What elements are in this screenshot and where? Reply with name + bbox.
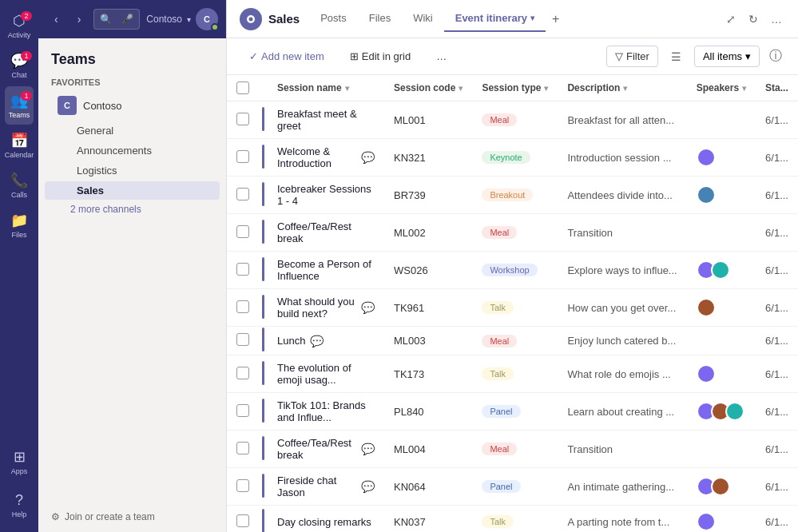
session-type-badge: Panel [482,405,520,418]
description-text: Enjoy lunch catered b... [567,335,676,347]
nav-channel-logistics[interactable]: Logistics [45,161,220,180]
session-type-cell: Panel [472,468,558,506]
nav-back-button[interactable]: ‹ [48,10,65,29]
activity-badge: 2 [21,11,32,21]
list-view-button[interactable]: ☰ [665,47,688,66]
sidebar-item-help[interactable]: ? Help [5,486,34,524]
add-new-item-button[interactable]: ✓ Add new item [240,46,334,67]
start-date-text: 6/1... [765,302,788,314]
session-name-text: Become a Person of Influence [277,258,375,282]
sessions-table: Session name ▾ Session code ▾ Session ty… [227,75,798,532]
row-checkbox[interactable] [236,333,249,346]
all-items-button[interactable]: All items ▾ [694,46,760,67]
start-date-text: 6/1... [765,227,788,239]
session-name-text: What should you build next? [277,296,356,320]
speakers-list [697,260,746,280]
table-row[interactable]: Lunch💬ML003MealEnjoy lunch catered b...6… [227,327,798,355]
avatar[interactable]: C [196,8,218,30]
row-checkbox[interactable] [236,367,249,379]
session-type-cell: Keynote [472,139,558,177]
table-row[interactable]: Become a Person of InfluenceWS026Worksho… [227,252,798,289]
tab-files[interactable]: Files [358,6,402,32]
row-checkbox[interactable] [236,404,249,417]
description-cell: Introduction session ... [558,139,686,177]
header-session-name[interactable]: Session name ▾ [268,75,384,101]
session-type-cell: Meal [472,101,558,139]
row-checkbox[interactable] [236,263,249,276]
more-channels-link[interactable]: 2 more channels [38,200,226,218]
table-row[interactable]: Welcome & Introduction💬KN321KeynoteIntro… [227,139,798,177]
more-toolbar-options-button[interactable]: … [427,46,456,67]
sidebar: ⬡ Activity 2 💬 Chat 1 👥 Teams 1 📅 Calend… [0,0,38,532]
table-row[interactable]: Coffee/Tea/Rest break💬ML004MealTransitio… [227,431,798,468]
tab-wiki[interactable]: Wiki [402,6,444,32]
join-create-team[interactable]: ⚙ Join or create a team [38,502,226,532]
sidebar-item-chat[interactable]: 💬 Chat 1 [5,46,34,85]
row-indicator [262,328,264,351]
description-cell: How can you get over... [558,289,686,327]
header-start[interactable]: Sta... [756,75,798,101]
join-label: Join or create a team [65,511,155,522]
row-checkbox[interactable] [236,188,249,200]
session-code-cell: ML003 [384,327,472,355]
table-row[interactable]: Day closing remarksKN037TalkA parting no… [227,506,798,533]
row-checkbox[interactable] [236,514,249,527]
select-all-checkbox[interactable] [236,81,249,94]
row-checkbox[interactable] [236,300,249,313]
table-row[interactable]: Fireside chat Jason💬KN064PanelAn intimat… [227,468,798,506]
start-date-cell: 6/1... [756,214,798,252]
sidebar-item-calls[interactable]: 📞 Calls [5,166,34,204]
row-checkbox[interactable] [236,225,249,238]
description-cell: Attendees divide into... [558,177,686,214]
toolbar: ✓ Add new item ⊞ Edit in grid … ▽ Filter… [227,38,798,75]
row-checkbox[interactable] [236,442,249,455]
header-speakers[interactable]: Speakers ▾ [687,75,756,101]
header-session-code[interactable]: Session code ▾ [384,75,472,101]
row-checkbox[interactable] [236,479,249,492]
speakers-cell [687,139,756,177]
info-button[interactable]: ⓘ [766,45,785,68]
table-row[interactable]: Coffee/Tea/Rest breakML002MealTransition… [227,214,798,252]
start-date-cell: 6/1... [756,139,798,177]
table-row[interactable]: Icebreaker Sessions 1 - 4BR739BreakoutAt… [227,177,798,214]
add-tab-button[interactable]: + [546,6,566,32]
help-icon: ? [15,492,23,509]
description-cell: Transition [558,214,686,252]
user-profile[interactable]: Contoso ▾ C [146,8,218,30]
sidebar-item-apps[interactable]: ⊞ Apps [5,443,34,481]
expand-icon[interactable]: ⤢ [723,10,739,29]
header-description[interactable]: Description ▾ [558,75,686,101]
nav-forward-button[interactable]: › [71,10,88,29]
grid-icon: ⊞ [350,50,359,62]
session-type-badge: Meal [482,335,517,347]
table-row[interactable]: Breakfast meet & greetML001MealBreakfast… [227,101,798,139]
calendar-icon: 📅 [10,132,28,149]
sidebar-item-calendar[interactable]: 📅 Calendar [5,126,34,165]
table-row[interactable]: The evolution of emoji usag...TK173TalkW… [227,355,798,393]
more-options-icon[interactable]: … [768,10,785,29]
nav-item-contoso[interactable]: C Contoso [45,91,220,120]
session-name-text: Fireside chat Jason [277,474,356,498]
session-type-badge: Breakout [482,189,533,201]
filter-button[interactable]: ▽ Filter [606,46,658,67]
row-checkbox[interactable] [236,150,249,163]
row-indicator [262,399,264,423]
speakers-cell [687,468,756,506]
table-row[interactable]: What should you build next?💬TK961TalkHow… [227,289,798,327]
nav-channel-sales[interactable]: Sales [45,181,220,200]
row-checkbox[interactable] [236,113,249,125]
refresh-icon[interactable]: ↻ [745,10,761,29]
edit-in-grid-button[interactable]: ⊞ Edit in grid [340,46,420,67]
nav-channel-general[interactable]: General [45,121,220,140]
start-date-text: 6/1... [765,481,788,493]
sidebar-item-activity[interactable]: ⬡ Activity 2 [5,6,34,45]
tab-posts[interactable]: Posts [309,6,358,32]
header-session-type[interactable]: Session type ▾ [472,75,558,101]
sidebar-item-teams[interactable]: 👥 Teams 1 [5,86,34,125]
tab-event-itinerary[interactable]: Event itinerary ▾ [444,6,546,32]
session-name-cell: Breakfast meet & greet [277,108,375,132]
nav-channel-announcements[interactable]: Announcements [45,141,220,160]
table-row[interactable]: TikTok 101: Brands and Influe...PL840Pan… [227,393,798,431]
start-date-cell: 6/1... [756,355,798,393]
sidebar-item-files[interactable]: 📁 Files [5,206,34,244]
